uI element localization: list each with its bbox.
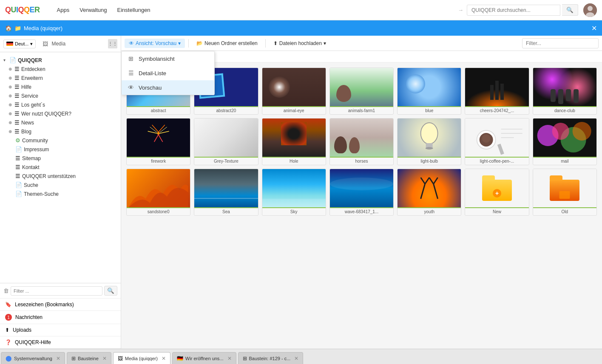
media-item-sky[interactable]: Sky xyxy=(262,169,326,216)
dateien-hochladen-button[interactable]: ⬆ Dateien hochladen ▾ xyxy=(269,39,330,48)
content-filter-input[interactable] xyxy=(522,38,599,48)
media-item-youth[interactable]: youth xyxy=(397,169,461,216)
tab-media[interactable]: 🖼 Media (quiqqer) ✕ xyxy=(113,352,170,364)
badge: 1 xyxy=(5,314,12,321)
bookmarks-label: Lesezeichen (Bookmarks) xyxy=(15,302,74,308)
logo: QUIQQER xyxy=(5,6,40,14)
nachrichten-label: Nachrichten xyxy=(15,314,43,320)
tab-systemverwaltung[interactable]: ⬤ Systemverwaltung ✕ xyxy=(1,352,65,364)
tree-view-icon[interactable]: ⋮⋮ xyxy=(108,39,117,48)
language-selector[interactable]: Deut... ▾ xyxy=(3,40,36,48)
media-item-animals-farm1[interactable]: animals-farm1 xyxy=(329,68,394,115)
sidebar-nachrichten[interactable]: 1 Nachrichten xyxy=(0,311,121,324)
media-item-light-coffee[interactable]: light-coffee-pen-... xyxy=(465,118,529,165)
sidebar-tree: ▾ 📄 QUIQQER ⊕ ☰ Entdecken ⊕ ☰ Erweitern … xyxy=(0,52,121,283)
search-button[interactable]: 🔍 xyxy=(562,4,578,16)
toolbar-separator-2 xyxy=(265,39,266,48)
sidebar-item-service[interactable]: ⊕ ☰ Service xyxy=(0,91,121,100)
sidebar-item-quiqqer[interactable]: ▾ 📄 QUIQQER xyxy=(0,56,121,65)
media-item-horses[interactable]: horses xyxy=(329,118,394,165)
tab-baustein-129[interactable]: ⊞ Baustein: #129 - c... ✕ xyxy=(238,352,304,364)
media-item-old-folder[interactable]: Old xyxy=(533,169,597,216)
tab-close-wir[interactable]: ✕ xyxy=(227,356,232,361)
tab-label: Systemverwaltung xyxy=(14,356,52,361)
sidebar-item-label: Community xyxy=(22,138,48,144)
sidebar-item-label: Sitemap xyxy=(22,155,41,161)
svg-point-12 xyxy=(421,123,438,144)
sidebar-uploads[interactable]: ⬆ Uploads xyxy=(0,324,121,336)
sidebar-item-community[interactable]: ⚙ Community xyxy=(0,136,121,145)
sidebar-item-hilfe[interactable]: ⊕ ☰ Hilfe xyxy=(0,82,121,91)
media-item-name: light-bulb xyxy=(398,157,461,165)
nav-verwaltung[interactable]: Verwaltung xyxy=(80,7,107,13)
tab-bausteine[interactable]: ⊞ Bausteine ✕ xyxy=(67,352,111,364)
media-thumb xyxy=(262,119,326,157)
dropdown-arrow-icon: ▾ xyxy=(178,40,181,46)
svg-point-3 xyxy=(157,132,160,135)
media-item-name: animal-eye xyxy=(262,106,326,114)
ansicht-vorschau-button[interactable]: 👁 Ansicht: Vorschau ▾ xyxy=(125,39,185,48)
tab-close-systemverwaltung[interactable]: ✕ xyxy=(56,356,60,361)
sidebar-item-wer[interactable]: ⊕ ☰ Wer nutzt QUIQQER? xyxy=(0,109,121,118)
sidebar-item-los[interactable]: ⊕ ☰ Los geht´s xyxy=(0,100,121,109)
sidebar-item-blog[interactable]: ⊕ ☰ Blog xyxy=(0,127,121,136)
search-input[interactable] xyxy=(467,5,560,16)
media-item-firework[interactable]: firework xyxy=(126,118,190,165)
sidebar-item-kontakt[interactable]: ☰ Kontakt xyxy=(0,163,121,172)
list-icon: ☰ xyxy=(15,155,20,161)
media-item-name: Grey-Texture xyxy=(194,157,258,165)
sidebar-quiqqer-hilfe[interactable]: ❓ QUIQQER-Hilfe xyxy=(0,336,121,349)
dropdown-menu: ⊞ Symbolansicht ☰ Detail-Liste 👁 Vorscha… xyxy=(121,51,215,95)
svg-line-29 xyxy=(425,178,429,184)
tab-close-baustein[interactable]: ✕ xyxy=(294,356,298,361)
media-item-light-bulb[interactable]: light-bulb xyxy=(397,118,461,165)
nav-einstellungen[interactable]: Einstellungen xyxy=(117,7,150,13)
sidebar-bookmarks[interactable]: 🔖 Lesezeichen (Bookmarks) xyxy=(0,299,121,311)
expand-icon: ⊕ xyxy=(9,76,13,80)
media-item-mail[interactable]: mail xyxy=(533,118,597,165)
window-icon: 📁 xyxy=(14,25,21,31)
media-item-name: mail xyxy=(533,157,596,165)
tab-close-bausteine[interactable]: ✕ xyxy=(102,356,107,361)
media-item-blue[interactable]: blue xyxy=(397,68,461,115)
media-item-cheers[interactable]: cheers-204742_... xyxy=(465,68,529,115)
expand-icon: ⊕ xyxy=(9,129,13,134)
media-item-sandstone0[interactable]: sandstone0 xyxy=(126,169,190,216)
sidebar-item-label: Service xyxy=(21,93,38,99)
sidebar-item-impressum[interactable]: 📄 Impressum xyxy=(0,145,121,154)
media-item-new-folder[interactable]: + New xyxy=(465,169,529,216)
uploads-label: Uploads xyxy=(13,327,31,333)
tab-label: Bausteine xyxy=(78,356,99,361)
sidebar-item-sitemap[interactable]: ☰ Sitemap xyxy=(0,154,121,163)
sidebar-item-news[interactable]: ⊕ ☰ News xyxy=(0,118,121,127)
tab-icon-systemverwaltung: ⬤ xyxy=(6,355,12,361)
media-item-hole[interactable]: Hole xyxy=(262,118,326,165)
media-item-grey-texture[interactable]: Grey-Texture xyxy=(194,118,258,165)
media-item-sea[interactable]: Sea xyxy=(194,169,258,216)
dropdown-detail-liste[interactable]: ☰ Detail-Liste xyxy=(122,66,214,80)
window-close-icon[interactable]: ✕ xyxy=(591,24,597,32)
folder-plus-icon: 📂 xyxy=(196,40,203,46)
sidebar-item-themen-suche[interactable]: 📄 Themen-Suche xyxy=(0,189,121,198)
trash-icon[interactable]: 🗑 xyxy=(3,288,9,294)
tab-wir-eroeffnen[interactable]: 🇩🇪 Wir eröffnen uns... ✕ xyxy=(172,352,236,364)
nav-links: Apps Verwaltung Einstellungen xyxy=(57,7,150,13)
expand-icon: ⊕ xyxy=(9,111,13,116)
sidebar-filter-input[interactable] xyxy=(11,286,102,296)
bottom-tabs: ⬤ Systemverwaltung ✕ ⊞ Bausteine ✕ 🖼 Med… xyxy=(0,349,602,364)
sidebar-item-erweitern[interactable]: ⊕ ☰ Erweitern xyxy=(0,73,121,82)
top-navbar: QUIQQER Apps Verwaltung Einstellungen → … xyxy=(0,0,602,20)
sidebar-item-quiqqer-unterstuetzen[interactable]: ☰ QUIQQER unterstützen xyxy=(0,172,121,181)
sidebar-item-suche[interactable]: 📄 Suche xyxy=(0,181,121,189)
neuen-ordner-button[interactable]: 📂 Neuen Ordner erstellen xyxy=(192,39,262,48)
media-item-dance-club[interactable]: dance-club xyxy=(533,68,597,115)
avatar[interactable] xyxy=(583,3,597,17)
dropdown-symbolansicht[interactable]: ⊞ Symbolansicht xyxy=(122,51,214,66)
media-item-animal-eye[interactable]: animal-eye xyxy=(262,68,326,115)
sidebar-item-entdecken[interactable]: ⊕ ☰ Entdecken xyxy=(0,65,121,73)
dropdown-vorschau[interactable]: 👁 Vorschau xyxy=(122,80,214,95)
tab-close-media[interactable]: ✕ xyxy=(162,356,166,361)
nav-apps[interactable]: Apps xyxy=(57,7,70,13)
media-item-wave[interactable]: wave-683417_1... xyxy=(329,169,394,216)
sidebar-filter-button[interactable]: 🔍 xyxy=(104,286,117,296)
